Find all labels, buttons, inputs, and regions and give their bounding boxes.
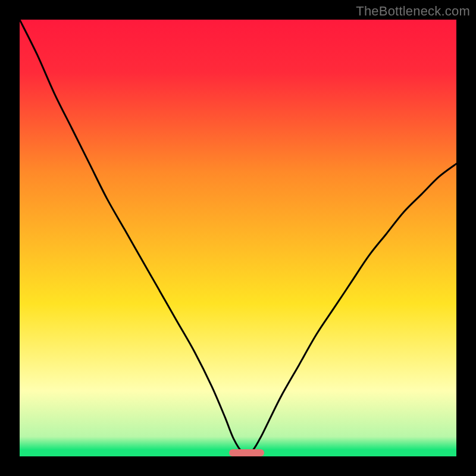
watermark-label: TheBottleneck.com — [356, 4, 470, 19]
optimal-marker — [229, 449, 264, 456]
plot-area — [20, 20, 456, 456]
bottleneck-curve — [20, 20, 456, 456]
chart-frame: TheBottleneck.com — [0, 0, 476, 476]
